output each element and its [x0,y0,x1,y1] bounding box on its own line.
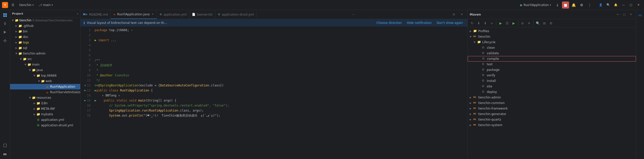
sidebar-item-commit[interactable] [1,20,9,28]
tab-close-button[interactable]: ✕ [151,13,154,16]
maven-item-tienchin-common[interactable]: ▶ m tienchin-common [468,100,636,106]
tree-item-main[interactable]: ▼ 📁 main [10,62,80,67]
tree-item-tienchin[interactable]: ▼ 📁 tienchin E:\Desktop\TienChin\tienchi… [10,18,80,23]
tree-item-tienchin-admin[interactable]: ▼ 📁 tienchin-admin [10,51,80,56]
alerts-button[interactable]: 🔔 [612,2,619,8]
maven-add-button[interactable]: + [489,20,495,26]
run-gutter-15[interactable]: ▶ [85,98,86,103]
run-config-button[interactable]: ▶ RuoYiApplication ▾ [518,3,553,8]
maven-minimize-button[interactable]: — [615,12,621,18]
project-menu[interactable]: tienchin ▾ [18,3,35,7]
maven-expand-button[interactable]: □ [621,12,627,18]
branch-menu[interactable]: ⎇ main ▾ [37,3,54,7]
hide-notification-link[interactable]: Hide notification [405,21,433,25]
maven-item-tienchin-system[interactable]: ▶ m tienchin-system [468,122,636,128]
maven-item-validate[interactable]: ▶ ⚙ validate [468,50,636,56]
maven-item-lifecycle[interactable]: ▼ 📁 Lifecycle [468,39,636,45]
hamburger-menu[interactable]: ☰ [10,3,16,7]
gutter-icon-12[interactable]: ⊙ [85,83,86,88]
sidebar-item-debug[interactable] [1,37,9,45]
maven-run2-button[interactable]: ▶ [511,20,517,26]
maven-refresh-button[interactable]: ↻ [469,20,475,26]
maven-item-tienchin[interactable]: ▼ m tienchin [468,34,636,39]
minimize-button[interactable]: — [620,2,627,8]
file-tree-arrow-icon: ▾ [77,13,78,15]
search-button[interactable]: 🔍 [605,2,612,8]
sidebar-item-run[interactable] [1,28,9,36]
tree-item-i18n[interactable]: ▶ 📁 i18n [10,100,80,106]
tab-banner[interactable]: 📄 banner.txt [189,10,215,19]
more-button[interactable]: ⋮ [586,2,593,9]
tree-item-web[interactable]: ▼ 📁 web [10,78,80,84]
maven-item-install[interactable]: ▶ ⚙ install [468,78,636,84]
tree-item-application-druid-yml[interactable]: ▶ ⚙ application-druid.yml [10,123,80,128]
close-button[interactable]: ✕ [635,2,642,8]
maven-settings-button[interactable]: ⚙ [548,20,554,26]
line-num-9: 9 [80,68,93,73]
titlebar: T ☰ tienchin ▾ ⎇ main ▾ ▶ RuoYiApplicati… [0,0,644,10]
tree-item-application-yml[interactable]: ▶ ⚙ application.yml [10,117,80,123]
maven-align-button[interactable]: ⊞ [541,20,547,26]
sidebar-item-project[interactable] [1,11,9,19]
maven-item-site[interactable]: ▶ ⚙ site [468,84,636,89]
maven-item-profiles[interactable]: ▶ 📁 Profiles [468,28,636,34]
maven-item-compile[interactable]: ▶ ⚙ compile [468,56,636,62]
maven-m-icon: m [473,118,477,122]
right-icon-notifications[interactable]: m [636,11,644,19]
maven-toolbar-sep3 [533,21,534,25]
maven-skip-button[interactable]: ⊘ [519,20,526,26]
maven-download-button[interactable]: ⬇ [476,20,482,26]
maven-item-package[interactable]: ▶ ⚙ package [468,67,636,73]
tree-item-ruoyiservlet[interactable]: ▶ ☕ RuoYiServletInitializer [10,89,80,95]
maven-item-tienchin-framework[interactable]: ▶ m tienchin-framework [468,106,636,111]
tree-item-resources[interactable]: ▼ 📁 resources [10,95,80,100]
account-button[interactable]: 👤 [597,2,604,8]
maven-item-verify[interactable]: ▶ ⚙ verify [468,73,636,78]
maven-item-label: tienchin-quartz [478,118,501,121]
dont-show-again-link[interactable]: Don't show again [435,21,464,25]
tree-item-java[interactable]: ▼ 📁 java [10,67,80,73]
maven-arrow-icon: ▶ [470,30,473,32]
tree-item-doc[interactable]: ▶ 📁 doc [10,34,80,40]
maximize-button[interactable]: □ [627,2,634,8]
maven-cancel-button[interactable]: ✕ [526,20,532,26]
maven-item-deploy[interactable]: ▶ ⚙ deploy [468,89,636,95]
tab-readme[interactable]: M+ README.md [80,10,111,19]
tree-item-meta-inf[interactable]: ▶ 📁 META-INF [10,106,80,112]
maven-download2-button[interactable]: ⬇ [482,20,488,26]
tree-item-github[interactable]: ▶ 📁 .github [10,23,80,29]
sidebar-item-m[interactable]: m [1,150,9,158]
tree-item-bin[interactable]: ▶ 📁 bin [10,29,80,34]
stop-button[interactable]: ■ [562,2,569,9]
maven-run-button[interactable]: ▶ [498,20,504,26]
notification-button[interactable]: 🔔 [570,2,577,9]
update-button[interactable]: ↓ [554,2,561,9]
tab-application-druid[interactable]: ⚙ application-druid.yml [215,10,257,19]
choose-direction-link[interactable]: Choose direction [375,21,404,25]
close-editor-button[interactable]: ✕ [458,11,465,18]
sidebar-icon-bar: m [0,10,10,159]
run-gutter-13[interactable]: ▶ [85,88,86,93]
tree-item-mybatis[interactable]: ▶ 📁 mybatis [10,112,80,117]
maven-close-button[interactable]: ✕ [628,12,634,18]
settings-button[interactable]: ⚙ [578,2,585,9]
sidebar-item-maven[interactable] [1,141,9,149]
tree-item-src[interactable]: ▼ 📁 src [10,56,80,62]
maven-item-clean[interactable]: ▶ ⚙ clean [468,45,636,50]
tree-item-logs[interactable]: ▶ 📁 logs [10,40,80,45]
maven-tasks-button[interactable]: ☰ [504,20,510,26]
tree-item-ruoyiapplication[interactable]: ▶ ☕ RuoYiApplication [10,84,80,89]
maven-item-test[interactable]: ▶ ⚙ test [468,62,636,67]
maven-item-tienchin-admin[interactable]: ▶ m tienchin-admin [468,95,636,100]
tree-item-sql[interactable]: ▶ 📁 sql [10,45,80,51]
tab-ruoyiapplication[interactable]: ☕ RuoYiApplication.java ✕ [111,10,157,19]
split-button[interactable]: ⊟ [450,11,457,18]
maven-item-tienchin-quartz[interactable]: ▶ m tienchin-quartz [468,117,636,122]
maven-arrow-icon: ▶ [470,107,473,110]
tab-application-yml[interactable]: ⚙ application.yml [157,10,189,19]
tab-more-button[interactable]: ⋯ [350,13,357,17]
code-editor[interactable]: package top.it6666; ✓ ▶ import ... /** *… [93,27,467,159]
maven-item-tienchin-generator[interactable]: ▶ m tienchin-generator [468,111,636,117]
tree-item-package[interactable]: ▼ 📁 top.it6666 [10,73,80,78]
maven-find-button[interactable]: 🔍 [535,20,541,26]
